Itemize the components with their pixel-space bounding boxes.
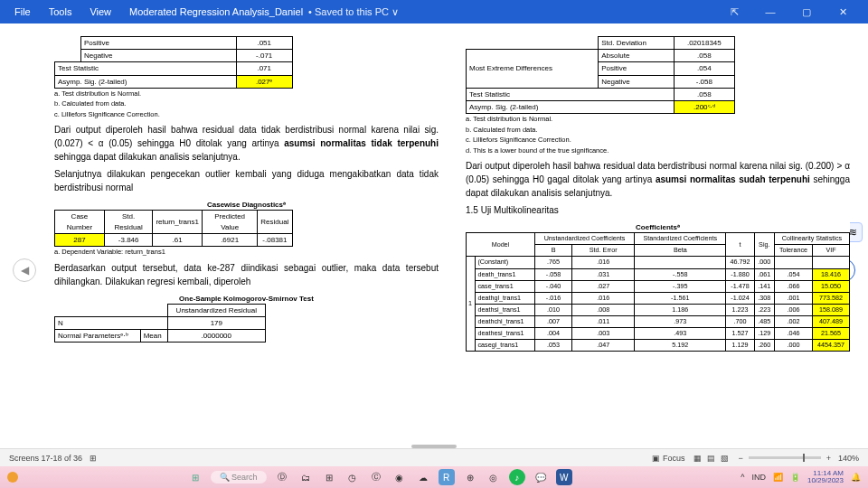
body-paragraph: Dari output diperoleh hasil bahwa residu… <box>466 159 850 200</box>
close-button[interactable]: ✕ <box>825 6 861 18</box>
ks-test-table-partial: Positive.051 Negative-.071 Test Statisti… <box>54 36 293 89</box>
footnote: c. Lilliefors Significance Correction. <box>466 136 850 145</box>
accessibility-icon[interactable]: ⊞ <box>90 454 97 463</box>
menu-view[interactable]: View <box>90 6 111 17</box>
footnote: a. Dependent Variable: return_trans1 <box>54 248 439 258</box>
prev-page-button[interactable]: ◀ <box>13 258 36 282</box>
focus-mode[interactable]: ▣ Focus <box>652 454 684 463</box>
taskbar-app-icon[interactable]: ☁ <box>415 469 431 485</box>
table-title: Casewise Diagnosticsᵃ <box>54 200 439 210</box>
scroll-indicator[interactable] <box>411 445 457 448</box>
ribbon-mode-icon[interactable]: ⇱ <box>716 6 752 18</box>
tray-lang[interactable]: IND <box>751 473 766 482</box>
section-heading: 1.5 Uji Multikolinearitas <box>466 203 850 217</box>
taskbar-app-icon[interactable]: R <box>439 469 455 485</box>
footnote: a. Test distribution is Normal. <box>466 115 850 125</box>
taskbar-app-icon[interactable]: ⊞ <box>321 469 337 485</box>
windows-taskbar: ⊞ 🔍 Search Ⓓ 🗂 ⊞ ◷ Ⓒ ◉ ☁ R ⊕ ◎ ♪ 💬 W ^ I… <box>0 466 868 488</box>
screen-count[interactable]: Screens 17-18 of 36 <box>9 454 82 463</box>
tray-battery-icon[interactable]: 🔋 <box>790 473 800 482</box>
start-icon[interactable]: ⊞ <box>187 469 203 485</box>
ks-test-table-right: Std. Deviation.02018345 Most Extreme Dif… <box>466 36 735 114</box>
zoom-out-button[interactable]: − <box>738 454 742 463</box>
zoom-level[interactable]: 140% <box>838 454 859 463</box>
page-right: Std. Deviation.02018345 Most Extreme Dif… <box>466 36 850 443</box>
status-bar: Screens 17-18 of 36 ⊞ ▣ Focus ▦ ▤ ▧ − + … <box>0 448 868 466</box>
footnote: c. Lilliefors Significance Correction. <box>54 110 439 120</box>
taskbar-app-icon[interactable]: ◷ <box>344 469 361 485</box>
document-title: Moderated Regression Analysis_Daniel <box>129 6 303 17</box>
footnote: d. This is a lower bound of the true sig… <box>466 146 850 156</box>
taskbar-app-icon[interactable]: Ⓓ <box>274 469 290 485</box>
body-paragraph: Dari output diperoleh hasil bahwa residu… <box>54 123 439 164</box>
zoom-in-button[interactable]: + <box>826 454 831 463</box>
maximize-button[interactable]: ▢ <box>788 6 825 18</box>
taskbar-search[interactable]: 🔍 Search <box>211 471 267 483</box>
body-paragraph: Berdasarkan output tersebut, data ke-287… <box>54 261 439 288</box>
taskbar-word-icon[interactable]: W <box>556 469 572 485</box>
taskbar-app-icon[interactable]: 💬 <box>533 469 549 485</box>
taskbar-app-icon[interactable]: ◎ <box>486 469 502 485</box>
tray-notification-icon[interactable]: 🔔 <box>851 473 861 482</box>
coefficients-table: ModelUnstandardized CoefficientsStandard… <box>466 232 850 352</box>
app-icon[interactable] <box>7 472 18 483</box>
taskbar-app-icon[interactable]: 🗂 <box>297 469 314 485</box>
document-canvas: ◀ ▶ ≋ Positive.051 Negative-.071 Test St… <box>0 23 868 448</box>
menu-file[interactable]: File <box>14 6 31 17</box>
footnote: a. Test distribution is Normal. <box>54 89 439 99</box>
tray-clock[interactable]: 11:14 AM10/29/2023 <box>807 470 844 484</box>
tray-wifi-icon[interactable]: 📶 <box>773 473 783 482</box>
casewise-diagnostics-table: Case NumberStd. Residualreturn_trans1Pre… <box>54 210 293 247</box>
ks-test-table: Unstandardized Residual N179 Normal Para… <box>54 304 266 343</box>
table-title: Coefficientsᵃ <box>466 222 850 232</box>
tray-chevron-icon[interactable]: ^ <box>741 473 744 482</box>
taskbar-app-icon[interactable]: ♪ <box>509 469 525 485</box>
save-status[interactable]: • Saved to this PC ∨ <box>308 6 399 18</box>
minimize-button[interactable]: — <box>752 6 788 17</box>
view-print-icon[interactable]: ▦ <box>693 454 702 463</box>
zoom-slider[interactable] <box>749 456 821 459</box>
page-left: Positive.051 Negative-.071 Test Statisti… <box>54 36 439 443</box>
table-title: One-Sample Kolmogorov-Smirnov Test <box>54 294 439 304</box>
menu-tools[interactable]: Tools <box>49 6 72 17</box>
view-web-icon[interactable]: ▧ <box>721 454 729 463</box>
title-bar: File Tools View Moderated Regression Ana… <box>0 0 868 23</box>
taskbar-app-icon[interactable]: ⊕ <box>462 469 478 485</box>
taskbar-app-icon[interactable]: ◉ <box>392 469 408 485</box>
body-paragraph: Selanjutnya dilakukan pengecekan outlier… <box>54 167 439 194</box>
footnote: b. Calculated from data. <box>54 99 439 109</box>
view-read-icon[interactable]: ▤ <box>707 454 715 463</box>
taskbar-app-icon[interactable]: Ⓒ <box>368 469 384 485</box>
footnote: b. Calculated from data. <box>466 126 850 136</box>
